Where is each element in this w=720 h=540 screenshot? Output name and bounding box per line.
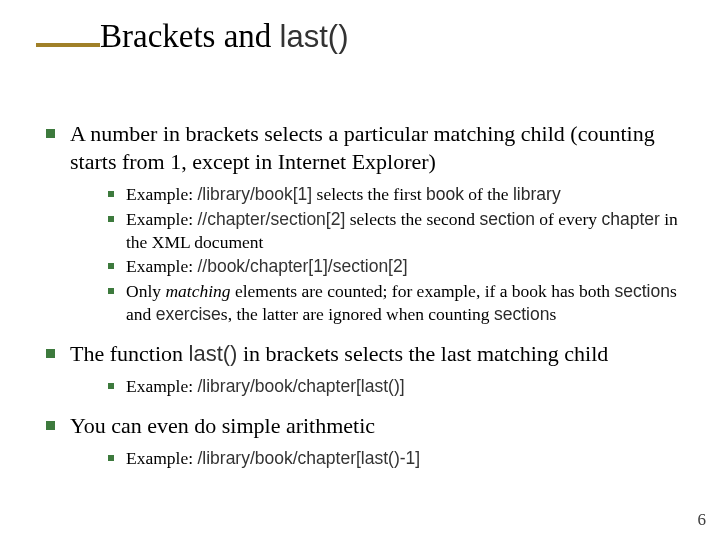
code-inline: book — [426, 184, 464, 204]
code-snippet: /library/book[1] — [197, 184, 312, 204]
bullet-2-text-a: The function — [70, 341, 189, 366]
code-snippet: //chapter/section[2] — [197, 209, 345, 229]
code-inline: exercise — [156, 304, 221, 324]
bullet-2: The function last() in brackets selects … — [40, 340, 680, 398]
code-inline: section — [494, 304, 549, 324]
code-snippet: /library/book/chapter[last()] — [197, 376, 404, 396]
text: s — [549, 304, 556, 324]
text: of the — [464, 184, 513, 204]
code-inline: section — [479, 209, 534, 229]
bullet-1: A number in brackets selects a particula… — [40, 120, 680, 326]
text: of every — [535, 209, 602, 229]
bullet-1-text: A number in brackets selects a particula… — [70, 121, 655, 174]
bullet-2-sub-1: Example: /library/book/chapter[last()] — [70, 375, 680, 398]
page-number: 6 — [698, 510, 707, 530]
example-label: Example: — [126, 448, 197, 468]
title-accent-bar — [36, 43, 100, 47]
bullet-3: You can even do simple arithmetic Exampl… — [40, 412, 680, 470]
slide-content: A number in brackets selects a particula… — [40, 120, 680, 484]
code-inline: last() — [189, 341, 238, 366]
text: selects the second — [345, 209, 479, 229]
bullet-3-sublist: Example: /library/book/chapter[last()-1] — [70, 447, 680, 470]
slide-title: Brackets and last() — [100, 18, 349, 54]
code-inline: section — [614, 281, 669, 301]
bullet-1-sub-1: Example: /library/book[1] selects the fi… — [70, 183, 680, 206]
text: s, the latter are ignored when counting — [221, 304, 494, 324]
code-snippet: //book/chapter[1]/section[2] — [197, 256, 407, 276]
slide-title-row: Brackets and last() — [36, 18, 684, 54]
slide: { "title": { "part1": "Brackets and ", "… — [0, 0, 720, 540]
example-label: Example: — [126, 256, 197, 276]
italic-text: matching — [165, 281, 230, 301]
bullet-1-sublist: Example: /library/book[1] selects the fi… — [70, 183, 680, 326]
code-snippet: /library/book/chapter[last()-1] — [197, 448, 420, 468]
example-label: Example: — [126, 184, 197, 204]
bullet-2-text-b: in brackets selects the last matching ch… — [237, 341, 608, 366]
bullet-1-sub-3: Example: //book/chapter[1]/section[2] — [70, 255, 680, 278]
code-inline: library — [513, 184, 561, 204]
bullet-1-sub-2: Example: //chapter/section[2] selects th… — [70, 208, 680, 254]
bullet-3-text: You can even do simple arithmetic — [70, 413, 375, 438]
bullet-2-sublist: Example: /library/book/chapter[last()] — [70, 375, 680, 398]
text: elements are counted; for example, if a … — [231, 281, 615, 301]
title-code: last() — [280, 19, 349, 54]
text: selects the first — [312, 184, 426, 204]
bullet-1-sub-4: Only matching elements are counted; for … — [70, 280, 680, 326]
code-inline: chapter — [601, 209, 659, 229]
title-text: Brackets and — [100, 18, 280, 54]
text: Only — [126, 281, 165, 301]
bullet-3-sub-1: Example: /library/book/chapter[last()-1] — [70, 447, 680, 470]
bullet-list-level1: A number in brackets selects a particula… — [40, 120, 680, 470]
example-label: Example: — [126, 376, 197, 396]
example-label: Example: — [126, 209, 197, 229]
